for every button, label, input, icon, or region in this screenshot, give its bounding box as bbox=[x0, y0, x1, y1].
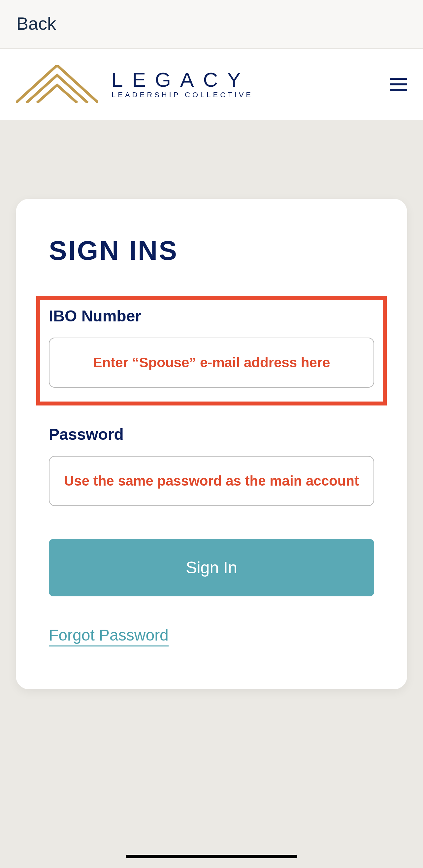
main-content: SIGN INS IBO Number Password Sign In For… bbox=[0, 120, 423, 689]
logo-icon bbox=[16, 65, 98, 103]
page-title: SIGN INS bbox=[49, 235, 374, 266]
app-header: LEGACY LEADERSHIP COLLECTIVE bbox=[0, 49, 423, 120]
password-field-group: Password bbox=[49, 425, 374, 506]
signin-button[interactable]: Sign In bbox=[49, 539, 374, 596]
hamburger-icon bbox=[390, 89, 407, 91]
ibo-number-input[interactable] bbox=[49, 338, 374, 388]
logo-text-block: LEGACY LEADERSHIP COLLECTIVE bbox=[112, 69, 253, 99]
ibo-number-label: IBO Number bbox=[49, 307, 374, 325]
logo[interactable]: LEGACY LEADERSHIP COLLECTIVE bbox=[16, 65, 253, 103]
password-input[interactable] bbox=[49, 456, 374, 506]
menu-button[interactable] bbox=[390, 76, 407, 92]
hamburger-icon bbox=[390, 78, 407, 80]
signin-card: SIGN INS IBO Number Password Sign In For… bbox=[16, 199, 407, 689]
logo-subtitle: LEADERSHIP COLLECTIVE bbox=[112, 91, 253, 99]
forgot-password-link[interactable]: Forgot Password bbox=[49, 626, 169, 647]
back-button[interactable]: Back bbox=[17, 13, 56, 33]
password-label: Password bbox=[49, 425, 374, 443]
logo-title: LEGACY bbox=[112, 69, 253, 90]
hamburger-icon bbox=[390, 84, 407, 85]
home-indicator[interactable] bbox=[126, 855, 297, 858]
ibo-field-group: IBO Number bbox=[36, 296, 387, 405]
top-navigation-bar: Back bbox=[0, 0, 423, 49]
